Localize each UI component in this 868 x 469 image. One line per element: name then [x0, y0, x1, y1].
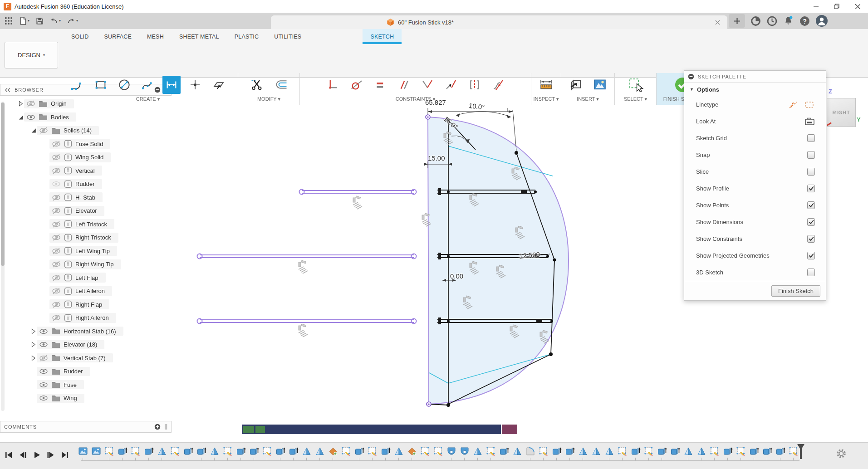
visibility-eye-icon[interactable]: [26, 100, 35, 107]
construction-linetype-icon[interactable]: [788, 100, 799, 109]
timeline-playhead[interactable]: [797, 444, 805, 462]
tab-utilities[interactable]: UTILITIES: [266, 29, 309, 44]
timeline-feature-sketch[interactable]: [644, 446, 654, 456]
equal-button[interactable]: [371, 76, 389, 94]
timeline-feature-extrude[interactable]: [249, 446, 259, 456]
timeline-feature-mirror[interactable]: [604, 446, 614, 456]
visibility-eye-icon[interactable]: [52, 234, 61, 241]
timeline-feature-extrude[interactable]: [118, 446, 128, 456]
visibility-eye-icon[interactable]: [52, 314, 61, 321]
timeline-feature-sketch[interactable]: [223, 446, 233, 456]
timeline-feature-extrude[interactable]: [499, 446, 509, 456]
tree-item-rudder[interactable]: Rudder: [29, 365, 172, 378]
ribbon-group-label[interactable]: CREATE ▾: [58, 96, 238, 105]
checkbox-show-points[interactable]: [807, 201, 815, 209]
document-tab[interactable]: 60" Fusion Stick v18*: [271, 15, 727, 29]
timeline-feature-extrude[interactable]: [236, 446, 246, 456]
timeline-feature-mirror[interactable]: [210, 446, 220, 456]
tree-item-elevator[interactable]: Elevator: [42, 204, 172, 218]
checkbox-show-profile[interactable]: [807, 185, 815, 192]
timeline-feature-mirror[interactable]: [302, 446, 312, 456]
curvature-button[interactable]: [489, 76, 507, 94]
circle-button[interactable]: [115, 76, 133, 94]
close-document-icon[interactable]: [714, 19, 721, 26]
visibility-eye-icon[interactable]: [52, 274, 61, 281]
timeline-feature-extrude[interactable]: [144, 446, 154, 456]
timeline-feature-sketch[interactable]: [618, 446, 628, 456]
plus-circle-icon[interactable]: [154, 424, 161, 430]
horizontal-vertical-button[interactable]: [324, 76, 342, 94]
tree-item-right-wing-tip[interactable]: Right Wing Tip: [42, 258, 172, 271]
perpendicular-button[interactable]: [418, 76, 436, 94]
timeline-feature-extrude[interactable]: [775, 446, 785, 456]
timeline-feature-extrude[interactable]: [196, 446, 206, 456]
timeline-feature-sketch[interactable]: [433, 446, 443, 456]
expander-icon[interactable]: [30, 355, 36, 362]
visibility-eye-icon[interactable]: [52, 248, 61, 254]
visibility-eye-icon[interactable]: [26, 114, 35, 121]
canvas-button[interactable]: [591, 76, 609, 94]
timeline-feature-hole[interactable]: [446, 446, 456, 456]
expander-icon[interactable]: [17, 114, 24, 121]
tab-sheet-metal[interactable]: SHEET METAL: [172, 29, 227, 44]
timeline-feature-extrude[interactable]: [381, 446, 391, 456]
visibility-eye-icon[interactable]: [52, 167, 61, 174]
offset-button[interactable]: [272, 76, 290, 94]
tab-solid[interactable]: SOLID: [64, 29, 97, 44]
timeline-feature-sketch[interactable]: [262, 446, 272, 456]
timeline-feature-sketch[interactable]: [368, 446, 378, 456]
dimension-button[interactable]: [162, 76, 181, 94]
visibility-eye-icon[interactable]: [39, 395, 48, 401]
timeline-feature-combine[interactable]: [407, 446, 417, 456]
timeline-feature-combine[interactable]: [328, 446, 338, 456]
checkbox-sketch-grid[interactable]: [807, 134, 815, 142]
tangent-button[interactable]: [348, 76, 366, 94]
ribbon-group-label[interactable]: MODIFY ▾: [238, 96, 299, 105]
visibility-eye-icon[interactable]: [39, 368, 48, 375]
timeline-feature-extrude[interactable]: [723, 446, 733, 456]
tree-item-fuse[interactable]: Fuse: [29, 378, 172, 392]
point-button[interactable]: [186, 76, 204, 94]
go-to-start-button[interactable]: [4, 450, 14, 460]
timeline-feature-sketch[interactable]: [486, 446, 496, 456]
save-button[interactable]: [34, 16, 45, 26]
panel-grip-icon[interactable]: [164, 424, 167, 430]
visibility-eye-icon[interactable]: [52, 141, 61, 147]
checkbox-snap[interactable]: [807, 151, 815, 159]
tree-item-left-aileron[interactable]: Left Aileron: [42, 284, 172, 298]
collapse-panel-icon[interactable]: [4, 87, 11, 93]
tree-item-elevator-18-[interactable]: Elevator (18): [29, 338, 172, 352]
close-button[interactable]: [847, 0, 868, 13]
tab-plastic[interactable]: PLASTIC: [227, 29, 267, 44]
timeline-feature-mirror[interactable]: [696, 446, 706, 456]
timeline-feature-extrude[interactable]: [552, 446, 562, 456]
timeline-feature-sketch[interactable]: [131, 446, 141, 456]
tree-item-right-flap[interactable]: Right Flap: [42, 298, 172, 312]
visibility-eye-icon[interactable]: [39, 341, 48, 348]
rectangle-button[interactable]: [92, 76, 110, 94]
checkbox-slice[interactable]: [807, 168, 815, 176]
tree-item-vertical[interactable]: Vertical: [42, 164, 172, 178]
help-button[interactable]: ?: [799, 15, 810, 27]
timeline-feature-extrude[interactable]: [657, 446, 667, 456]
minimize-button[interactable]: [805, 0, 826, 13]
timeline-feature-mirror[interactable]: [315, 446, 325, 456]
expander-icon[interactable]: [30, 127, 36, 134]
timeline-feature-canvas[interactable]: [91, 446, 101, 456]
timeline-feature-mirror[interactable]: [473, 446, 483, 456]
palette-options-section[interactable]: ▼ Options: [684, 83, 826, 96]
new-document-tab-button[interactable]: [729, 14, 745, 28]
visibility-eye-icon[interactable]: [52, 207, 61, 214]
account-button[interactable]: [815, 15, 828, 27]
tree-item-horizontal-stab-16-[interactable]: Horizontal Stab (16): [29, 325, 172, 338]
arc-button[interactable]: [68, 76, 86, 94]
timeline-feature-extrude[interactable]: [749, 446, 759, 456]
ribbon-group-label[interactable]: INSERT ▾: [561, 96, 614, 105]
redo-button[interactable]: ▾: [65, 16, 80, 26]
restore-button[interactable]: [826, 0, 847, 13]
timeline-feature-extrude[interactable]: [565, 446, 575, 456]
insert-model-button[interactable]: [567, 76, 585, 94]
browser-scrollbar[interactable]: [1, 102, 5, 411]
tree-item-left-tristock[interactable]: Left Tristock: [42, 218, 172, 231]
step-back-button[interactable]: [18, 450, 28, 460]
